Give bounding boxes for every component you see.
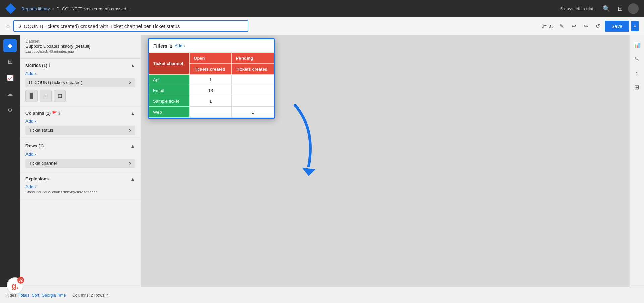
row-pill-remove[interactable]: × <box>129 161 132 166</box>
breadcrumb-reports-library[interactable]: Reports library <box>21 6 50 11</box>
content-area: Filters ℹ Add › Ticket channel Open Pend… <box>141 35 629 287</box>
rows-count: Rows: 4 <box>94 293 109 298</box>
columns-count: Columns: 2 <box>72 293 93 298</box>
filter-panel: Filters ℹ Add › Ticket channel Open Pend… <box>148 38 275 119</box>
metrics-info-icon: ℹ <box>49 63 50 68</box>
chart-type-grid[interactable]: ⊞ <box>54 90 66 102</box>
explosions-add-link[interactable]: Add › <box>25 184 135 189</box>
g-badge-count: 32 <box>17 277 24 284</box>
sidebar-explosions-section: Explosions ▲ Add › Show individual chart… <box>20 172 141 200</box>
breadcrumb: Reports library > D_COUNT(Tickets create… <box>21 6 131 11</box>
column-pill-0: Ticket status × <box>25 126 135 135</box>
svg-marker-0 <box>302 168 315 176</box>
table-row: Web 1 <box>149 107 274 118</box>
table-header-open: Open <box>190 53 232 64</box>
metrics-header: Metrics (1) ℹ ▲ <box>25 63 135 68</box>
table-cell-channel-0: Api <box>149 75 190 85</box>
rows-collapse[interactable]: ▲ <box>130 143 135 149</box>
columns-header: Columns (1) 🚩 ℹ ▲ <box>25 111 135 116</box>
filter-info-icon: ℹ <box>170 43 172 49</box>
rows-header: Rows (1) ▲ <box>25 143 135 149</box>
metric-pill-0: D_COUNT(Tickets created) × <box>25 78 135 87</box>
georgia-time-link[interactable]: Georgia Time <box>42 293 66 298</box>
filter-add-link[interactable]: Add › <box>175 43 185 48</box>
row-pill-label: Ticket channel <box>29 161 57 166</box>
report-toolbar: 0≡ 0▷ ✎ ↩ ↪ ↺ Save ▾ <box>542 21 639 32</box>
star-button[interactable]: ☆ <box>5 23 11 30</box>
report-table: Ticket channel Open Pending Tickets crea… <box>149 53 274 118</box>
refresh-button[interactable]: ↺ <box>593 21 603 31</box>
explosions-desc: Show individual charts side-by-side for … <box>25 189 135 195</box>
right-panel-chart-icon[interactable]: 📊 <box>631 39 643 51</box>
column-pill-label: Ticket status <box>29 128 53 133</box>
search-button[interactable]: 🔍 <box>601 3 612 14</box>
table-cell-open-3 <box>190 107 232 118</box>
table-cell-pending-0 <box>232 75 274 85</box>
sort-link[interactable]: Sort, <box>32 293 40 298</box>
undo-button[interactable]: ↩ <box>569 21 579 31</box>
sidebar-rows-section: Rows (1) ▲ Add › Ticket channel × <box>20 139 141 172</box>
main-layout: ◆ ⊞ 📈 ☁ ⚙ Dataset Support: Updates histo… <box>0 35 644 287</box>
table-cell-pending-2 <box>232 96 274 107</box>
table-cell-open-1: 13 <box>190 85 232 96</box>
columns-add-link[interactable]: Add › <box>25 119 135 124</box>
app-logo <box>5 3 16 14</box>
bottom-bar: Filters: Totals, Sort, Georgia Time Colu… <box>0 287 644 303</box>
table-cell-pending-3: 1 <box>232 107 274 118</box>
right-panel-calc-icon[interactable]: ⊞ <box>631 81 643 93</box>
right-panel-sort-icon[interactable]: ↕ <box>631 67 643 79</box>
nav-upload[interactable]: ☁ <box>3 87 17 101</box>
filter-panel-title: Filters <box>153 43 167 49</box>
breadcrumb-current: D_COUNT(Tickets created) crossed ... <box>56 6 131 11</box>
table-row: Email 13 <box>149 85 274 96</box>
save-dropdown-button[interactable]: ▾ <box>631 21 639 31</box>
right-badge: 0▷ <box>549 24 554 29</box>
g-badge-circle[interactable]: g. 32 <box>7 277 23 294</box>
sidebar-metrics-section: Metrics (1) ℹ ▲ Add › D_COUNT(Tickets cr… <box>20 59 141 106</box>
dataset-name: Support: Updates history [default] <box>25 44 135 49</box>
table-cell-pending-1 <box>232 85 274 96</box>
breadcrumb-separator: > <box>52 6 55 11</box>
columns-collapse[interactable]: ▲ <box>130 111 135 116</box>
table-row: Api 1 <box>149 75 274 85</box>
table-header-pending: Pending <box>232 53 274 64</box>
columns-title: Columns (1) 🚩 ℹ <box>25 111 60 116</box>
left-badge: 0≡ <box>542 24 547 29</box>
redo-button[interactable]: ↪ <box>581 21 591 31</box>
rows-add-link[interactable]: Add › <box>25 152 135 157</box>
report-title-input[interactable] <box>13 20 248 32</box>
sidebar: Dataset Support: Updates history [defaul… <box>20 35 141 287</box>
table-subheader-open: Tickets created <box>190 64 232 75</box>
explosions-collapse[interactable]: ▲ <box>130 176 135 182</box>
grid-button[interactable]: ⊞ <box>614 3 625 14</box>
arrow-annotation <box>288 102 329 176</box>
column-pill-remove[interactable]: × <box>129 128 132 133</box>
right-panel: 📊 ✎ ↕ ⊞ <box>629 35 644 287</box>
chart-type-table[interactable]: ≡ <box>40 90 52 102</box>
save-button[interactable]: Save <box>605 21 629 32</box>
nav-settings[interactable]: ⚙ <box>3 103 17 117</box>
edit-button[interactable]: ✎ <box>556 21 567 31</box>
right-panel-pencil-icon[interactable]: ✎ <box>631 53 643 65</box>
table-cell-channel-1: Email <box>149 85 190 96</box>
chart-type-bar[interactable]: ▊ <box>25 90 38 102</box>
metric-pill-remove[interactable]: × <box>129 80 132 85</box>
table-header-channel: Ticket channel <box>149 53 190 75</box>
nav-dashboard[interactable]: ⊞ <box>3 55 17 69</box>
columns-info-icon: ℹ <box>58 111 60 116</box>
columns-flag-icon: 🚩 <box>52 111 57 116</box>
avatar[interactable] <box>628 3 639 14</box>
table-subheader-pending: Tickets created <box>232 64 274 75</box>
metrics-add-link[interactable]: Add › <box>25 71 135 76</box>
rows-title: Rows (1) <box>25 143 44 148</box>
table-cell-channel-3: Web <box>149 107 190 118</box>
table-cell-channel-2: Sample ticket <box>149 96 190 107</box>
g-badge[interactable]: g. 32 <box>7 277 25 296</box>
left-nav: ◆ ⊞ 📈 ☁ ⚙ <box>0 35 20 287</box>
nav-home[interactable]: ◆ <box>3 39 17 52</box>
metrics-collapse[interactable]: ▲ <box>130 63 135 68</box>
row-pill-0: Ticket channel × <box>25 159 135 168</box>
nav-reports[interactable]: 📈 <box>3 71 17 85</box>
sidebar-dataset-section: Dataset Support: Updates history [defaul… <box>20 35 141 59</box>
table-cell-open-0: 1 <box>190 75 232 85</box>
